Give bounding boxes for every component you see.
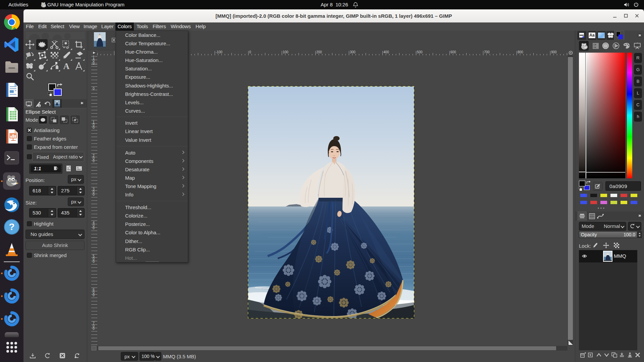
svg-text:0: 0 <box>93 260 95 263</box>
svg-text:500: 500 <box>417 50 423 54</box>
svg-text:0: 0 <box>249 50 251 54</box>
svg-text:-100: -100 <box>216 50 222 54</box>
svg-text:?: ? <box>9 222 14 232</box>
svg-text:200: 200 <box>316 50 322 54</box>
svg-text:A: A <box>63 61 70 71</box>
svg-text:0: 0 <box>93 193 95 196</box>
svg-text:0: 0 <box>93 159 95 163</box>
svg-text:100: 100 <box>283 50 288 54</box>
svg-text:700: 700 <box>484 50 490 54</box>
svg-text:400: 400 <box>383 50 389 54</box>
svg-text:600: 600 <box>450 50 456 54</box>
svg-text:t: t <box>26 56 27 60</box>
svg-text:0: 0 <box>93 327 95 330</box>
svg-text:0: 0 <box>93 226 95 230</box>
svg-text:800: 800 <box>518 50 523 54</box>
svg-text:0: 0 <box>93 87 95 90</box>
svg-text:0: 0 <box>93 61 95 65</box>
svg-text:i: i <box>39 104 40 107</box>
svg-text:0: 0 <box>93 293 95 297</box>
svg-text:900: 900 <box>551 50 557 54</box>
svg-text:300: 300 <box>350 50 356 54</box>
svg-text:CM: CM <box>593 44 596 46</box>
svg-text:0: 0 <box>93 126 95 129</box>
svg-text:YK: YK <box>593 46 596 49</box>
